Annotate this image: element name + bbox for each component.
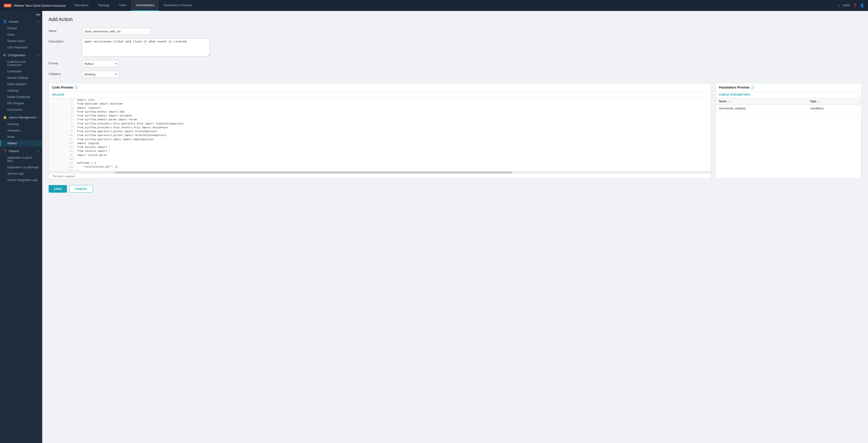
code-line: 6from airflow.models.param import Param: [49, 118, 711, 121]
nav-item-tasks[interactable]: Tasks: [114, 0, 131, 11]
sidebar-item-alarming[interactable]: Alarming: [0, 121, 42, 127]
code-line: 4from airflow.models import DAG: [49, 110, 711, 114]
code-line: 2from datetime import datetime: [49, 102, 711, 106]
code-scroll[interactable]: 1import json2from datetime import dateti…: [49, 98, 711, 171]
help-icon[interactable]: ❓: [853, 3, 857, 7]
sidebar-section-alarms: 🔔 Alarms Management ▾ Alarming Anomalies…: [0, 114, 42, 147]
format-label: Format: [49, 60, 78, 65]
form-row-category: Category ticketing notification remediat…: [49, 71, 862, 77]
sidebar-item-app-support[interactable]: Application Support Bun...: [0, 155, 42, 164]
name-input[interactable]: [82, 28, 150, 35]
sidebar-section-configuration: ⚙ Configuration ▾ Collectors and Connect…: [0, 52, 42, 113]
alarms-label: Alarms Management: [9, 116, 36, 119]
cancel-button[interactable]: CANCEL: [70, 185, 93, 193]
sidebar-item-enrichment[interactable]: Enrichment: [0, 106, 42, 113]
field-required-msg: This field is required: [49, 174, 711, 179]
name-sort-icon: ▼: [728, 100, 731, 103]
code-line: 9from airflow.operators.python import Py…: [49, 129, 711, 133]
save-button[interactable]: SAVE: [49, 185, 67, 193]
sidebar-item-domain-settings[interactable]: Domain Settings: [0, 75, 42, 81]
sidebar-section-header-access[interactable]: 👤 Access ▾: [0, 18, 42, 25]
check-params-link[interactable]: CHECK PARAMETERS: [716, 92, 861, 98]
sidebar-item-kafka-mappers[interactable]: Kafka Mappers: [0, 81, 42, 87]
sidebar-item-app-log-manager[interactable]: Application Log Manager: [0, 164, 42, 170]
code-line: 19}: [49, 169, 711, 171]
sidebar-item-policies[interactable]: Policies: [0, 25, 42, 31]
sidebar-section-access: 👤 Access ▾ Policies Roles Shared Views U…: [0, 18, 42, 51]
horiz-scroll-thumb[interactable]: [115, 171, 512, 173]
main-content: Add Action Name Description open service…: [42, 11, 868, 443]
sidebar-item-kpi-designer[interactable]: KPI Designer: [0, 100, 42, 106]
support-icon: ❓: [3, 149, 7, 153]
sidebar-item-credentials[interactable]: Credentials: [0, 68, 42, 75]
category-select[interactable]: ticketing notification remediation: [82, 71, 119, 77]
code-line: 8from airflow.providers.http.sensors.htt…: [49, 126, 711, 129]
sidebar-item-rules[interactable]: Rules: [0, 134, 42, 140]
code-table: 1import json2from datetime import dateti…: [49, 98, 711, 171]
nav-item-topology[interactable]: Topology: [93, 0, 114, 11]
sidebar-item-service-logs[interactable]: Service Logs: [0, 170, 42, 177]
sidebar-item-anomalies[interactable]: Anomalies: [0, 127, 42, 134]
brand: vmw VMware Telco Cloud Service Assurance: [0, 4, 70, 7]
alarms-icon: 🔔: [3, 116, 7, 119]
sidebar-item-catalogs[interactable]: Catalogs: [0, 87, 42, 94]
horizontal-scrollbar[interactable]: [49, 171, 711, 174]
upload-link[interactable]: UPLOAD: [49, 92, 711, 98]
code-preview-info-icon[interactable]: i: [74, 86, 78, 89]
params-preview-header: Parameters Preview i: [716, 83, 861, 92]
code-line: 12import logging: [49, 141, 711, 145]
form-row-name: Name: [49, 28, 862, 35]
sidebar-section-header-alarms[interactable]: 🔔 Alarms Management ▾: [0, 114, 42, 121]
params-col-type[interactable]: Type ▼: [807, 98, 861, 105]
two-col-area: Code Preview i UPLOAD 1import json2from …: [49, 83, 862, 179]
moon-icon: ☽: [837, 4, 840, 7]
nav-item-operations[interactable]: Operations: [70, 0, 93, 11]
code-line: 14from Failure import *: [49, 149, 711, 153]
params-preview-info-icon[interactable]: i: [751, 86, 754, 89]
sidebar-item-roles[interactable]: Roles: [0, 31, 42, 38]
category-label: Category: [49, 71, 78, 75]
action-buttons: SAVE CANCEL: [49, 185, 862, 193]
nav-right: ☽ DARK ❓ 👤: [833, 3, 868, 7]
sidebar-item-user-federation[interactable]: User Federation: [0, 44, 42, 51]
format-select-wrapper: Python Bash JavaScript: [82, 60, 119, 67]
code-line: 18 "notification_obj": {}: [49, 165, 711, 169]
params-col-name[interactable]: Name ▼: [716, 98, 807, 105]
support-label: Support: [9, 149, 19, 153]
code-preview-panel: Code Preview i UPLOAD 1import json2from …: [49, 83, 711, 179]
code-line: 5from airflow.models import Variable: [49, 114, 711, 118]
code-line: 17myParams = {: [49, 161, 711, 165]
code-line: 11from airflow.operators.empty import Em…: [49, 137, 711, 141]
form-row-format: Format Python Bash JavaScript: [49, 60, 862, 67]
category-select-wrapper: ticketing notification remediation: [82, 71, 119, 77]
collapse-icon: ◀◀: [35, 13, 40, 16]
sidebar-collapse-button[interactable]: ◀◀: [0, 11, 42, 18]
description-textarea[interactable]: open servicenow ticket and close it when…: [82, 38, 210, 57]
dark-mode-toggle[interactable]: DARK: [843, 4, 850, 7]
brand-name: VMware Telco Cloud Service Assurance: [13, 4, 66, 7]
nav-item-administration[interactable]: Administration: [131, 0, 159, 11]
sidebar-section-header-support[interactable]: ❓ Support ▾: [0, 148, 42, 155]
table-row: servicenow_categorymandatory: [716, 105, 861, 112]
description-label: Description: [49, 38, 78, 43]
sidebar: ◀◀ 👤 Access ▾ Policies Roles Shared View…: [0, 11, 42, 443]
configuration-chevron: ▾: [38, 54, 39, 56]
nav-item-dashboard[interactable]: Dashboard & Reports: [159, 0, 196, 11]
format-select[interactable]: Python Bash JavaScript: [82, 60, 119, 67]
sidebar-item-collectors[interactable]: Collectors and Connectors: [0, 59, 42, 68]
sidebar-item-smarts-integration[interactable]: Smarts Integration Logs: [0, 177, 42, 183]
form-row-description: Description open servicenow ticket and c…: [49, 38, 862, 57]
access-section-icon: 👤: [3, 20, 7, 23]
sidebar-section-header-configuration[interactable]: ⚙ Configuration ▾: [0, 52, 42, 59]
user-icon[interactable]: 👤: [860, 3, 864, 7]
page-title: Add Action: [49, 17, 862, 22]
code-line: 10from airflow.operators.python import B…: [49, 133, 711, 137]
code-line: 16: [49, 157, 711, 161]
params-panel: Parameters Preview i CHECK PARAMETERS Na…: [716, 83, 862, 179]
sidebar-item-shared-views[interactable]: Shared Views: [0, 38, 42, 44]
vmware-logo: vmw: [4, 4, 11, 7]
sidebar-item-health-dashboard[interactable]: Health Dashboard: [0, 94, 42, 100]
sidebar-item-actions[interactable]: Actions: [0, 140, 42, 147]
code-area: 1import json2from datetime import dateti…: [49, 98, 711, 174]
access-chevron: ▾: [38, 20, 39, 23]
